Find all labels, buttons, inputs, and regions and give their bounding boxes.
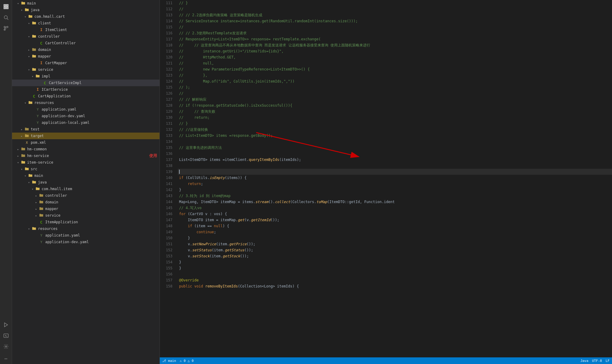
tree-icon-folder [31,226,37,231]
tree-item-java2[interactable]: ▾java [12,179,159,186]
svg-marker-9 [4,323,8,327]
code-line-145: // 4.写入vo [178,205,612,211]
tree-item-application.yaml[interactable]: Yapplication.yaml [12,106,159,113]
tree-icon-folder [21,153,26,158]
tree-item-CartServiceImpl[interactable]: CCartServiceImpl [12,80,159,86]
tree-item-CartMapper[interactable]: ICartMapper [12,60,159,66]
tree-item-controller2[interactable]: ▸controller [12,192,159,199]
tree-item-controller[interactable]: ▾controller [12,33,159,40]
line-number-117: 117 [160,36,172,42]
tree-arrow-hm-service: ▸ [16,154,21,158]
tree-item-application-local.yaml[interactable]: Yapplication-local.yaml [12,119,159,126]
settings-icon[interactable] [2,342,10,351]
tree-item-impl[interactable]: ▾impl [12,73,159,80]
tree-item-pom.xml[interactable]: Xpom.xml [12,139,159,146]
tree-icon-yaml: Y [39,233,44,237]
tree-item-application2.yaml[interactable]: Yapplication.yaml [12,232,159,239]
tree-icon-class: C [39,41,44,46]
code-line-130: // return; [178,115,612,121]
tree-item-ItemClient[interactable]: IItemClient [12,27,159,33]
tree-item-application-dev2.yaml[interactable]: Yapplication-dev.yaml [12,239,159,245]
code-line-158: public void removeByItemIds(Collection<L… [178,283,612,289]
tree-label-item-service: item-service [27,160,157,165]
tree-item-mapper2[interactable]: ▸mapper [12,206,159,212]
tree-item-resources2[interactable]: ▾resources [12,225,159,232]
tree-label-application.yaml: application.yaml [42,107,157,111]
tree-label-java1: java [31,8,157,12]
tree-item-main2[interactable]: ▾main [12,172,159,179]
line-number-128: 128 [160,102,172,108]
tree-icon-folder [21,147,26,152]
tree-item-domain[interactable]: ▸domain [12,46,159,53]
code-line-148: if (item == null) { [178,223,612,229]
tree-item-client[interactable]: ▾client [12,20,159,27]
line-number-114: 114 [160,18,172,24]
tree-icon-folder [31,54,37,59]
tree-label-application-local.yaml: application-local.yaml [42,121,157,125]
line-number-131: 131 [160,121,172,127]
tree-item-test[interactable]: ▸test [12,126,159,133]
tree-label-resources1: resources [34,101,157,105]
line-number-145: 145 [160,205,172,211]
tree-icon-folder [21,160,26,165]
line-number-144: 144 [160,199,172,205]
line-number-119: 119 [160,48,172,54]
code-line-124: // Map.of("ids", CollUtils.join(itemIds,… [178,78,612,84]
code-content[interactable]: // }//// // 2.2选择负载均衡策略 这里策略是随机生成// Serv… [175,0,612,357]
tree-icon-folder [35,74,40,79]
tree-item-ItemApplication[interactable]: CItemApplication [12,219,159,225]
code-line-144: Map<Long, ItemDTO> itemMap = items.strea… [178,199,612,205]
tree-label-hm-service: hm-service [27,154,148,158]
tree-item-item-service[interactable]: ▾item-service [12,159,159,166]
tree-item-ICartService[interactable]: IICartService [12,86,159,93]
tree-item-src2[interactable]: ▾src [12,166,159,172]
tree-arrow-com.hmall.cart: ▾ [23,15,28,18]
line-number-156: 156 [160,271,172,277]
code-line-114: // ServiceInstance instance=instances.ge… [178,18,612,24]
tree-icon-folder [24,127,30,132]
tree-item-service2[interactable]: ▸service [12,212,159,219]
code-line-118: // // 这里查询商品不再从本地数据库中查询 而是发送请求 让远程服务器接受来… [178,42,612,48]
line-number-125: 125 [160,84,172,90]
tree-item-CartApplication[interactable]: CCartApplication [12,93,159,99]
errors-label: ⚠ 0 △ 0 [180,359,194,363]
debug-run-icon[interactable] [2,321,10,329]
tree-item-java1[interactable]: ▾java [12,7,159,13]
tree-item-application-dev.yaml[interactable]: Yapplication-dev.yaml [12,113,159,119]
tree-item-hm-service[interactable]: ▸hm-service使用 [12,152,159,159]
tree-item-target[interactable]: ▸target [12,133,159,139]
tree-item-com.hmall.item[interactable]: ▾com.hmall.item [12,186,159,192]
code-line-113: // // 2.2选择负载均衡策略 这里策略是随机生成 [178,12,612,18]
tree-item-resources1[interactable]: ▾resources [12,99,159,106]
terminal-icon[interactable] [2,331,10,340]
tree-item-main[interactable]: ▾main [12,0,159,7]
svg-point-7 [7,26,8,28]
code-line-134 [178,139,612,145]
tree-label-hm-common: hm-common [27,147,157,151]
tree-label-service2: service [45,213,157,218]
git-icon[interactable] [2,24,10,33]
tree-arrow-controller2: ▸ [34,194,39,197]
tree-icon-class: C [39,220,44,224]
tree-item-service[interactable]: ▾service [12,66,159,73]
line-number-120: 120 [160,54,172,60]
activity-bar-bottom: … [2,321,10,364]
tree-arrow-java2: ▾ [27,181,31,184]
line-number-127: 127 [160,96,172,102]
tree-arrow-hm-common: ▸ [16,148,21,151]
tree-item-domain2[interactable]: ▸domain [12,199,159,206]
tree-item-com.hmall.cart[interactable]: ▾com.hmall.cart [12,13,159,20]
search-icon[interactable] [2,13,10,22]
line-number-133: 133 [160,133,172,139]
usage-label: 使用 [149,153,157,158]
line-number-141: 141 [160,181,172,187]
tree-label-mapper: mapper [38,54,157,58]
tree-item-mapper[interactable]: ▾mapper [12,53,159,60]
tree-icon-folder [31,180,37,185]
line-number-155: 155 [160,265,172,271]
svg-line-5 [7,18,8,20]
explorer-icon[interactable] [2,2,10,11]
tree-item-hm-common[interactable]: ▸hm-common [12,146,159,152]
tree-item-CartController[interactable]: CCartController [12,40,159,46]
more-tools-icon[interactable]: … [2,353,10,362]
